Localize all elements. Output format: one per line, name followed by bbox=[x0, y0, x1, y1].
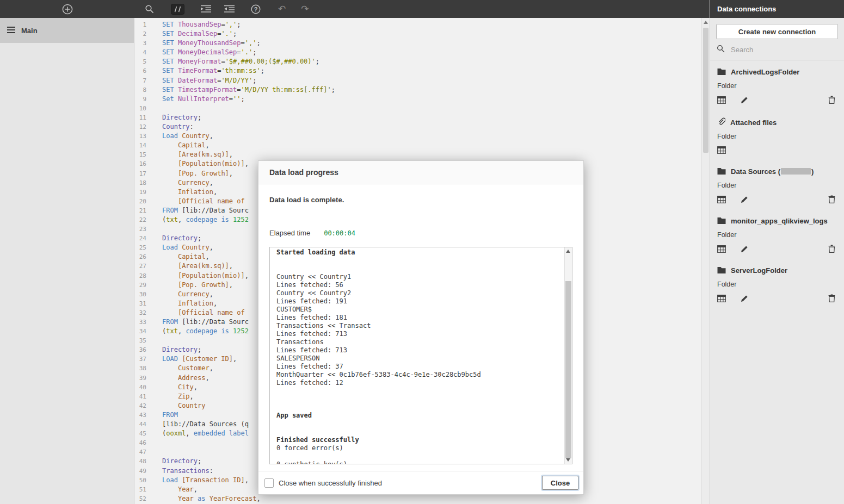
editor-scrollbar[interactable] bbox=[701, 18, 710, 504]
log-scrollbar[interactable] bbox=[564, 247, 572, 464]
log-line bbox=[276, 428, 559, 436]
folder-icon bbox=[717, 266, 726, 276]
scrollbar-thumb[interactable] bbox=[565, 281, 571, 458]
select-connection-icon[interactable] bbox=[717, 146, 726, 154]
close-when-finished-checkbox[interactable] bbox=[264, 478, 274, 488]
line-number: 47 bbox=[134, 447, 153, 457]
code-line: 2SET DecimalSep='.'; bbox=[134, 29, 710, 39]
code-line: 5SET MoneyFormat='$#,##0.00;($#,##0.00)'… bbox=[134, 57, 710, 66]
edit-connection-icon[interactable] bbox=[741, 196, 748, 203]
redo-icon[interactable]: ↷ bbox=[301, 4, 309, 14]
scroll-up-icon[interactable] bbox=[704, 21, 708, 24]
log-line: Lines fetched: 56 bbox=[276, 281, 559, 289]
connection-name: ServerLogFolder bbox=[731, 266, 787, 275]
log-line: 0 synthetic key(s) bbox=[276, 461, 559, 464]
code-line: 7SET DateFormat='M/D/YY'; bbox=[134, 76, 710, 85]
select-connection-icon[interactable] bbox=[717, 245, 726, 253]
load-log[interactable]: Started loading data Country << Country1… bbox=[269, 247, 572, 464]
comment-toggle-icon[interactable] bbox=[171, 4, 184, 15]
log-line bbox=[276, 420, 559, 428]
delete-connection-icon[interactable] bbox=[828, 294, 835, 302]
connection-type-label: Folder bbox=[717, 133, 837, 140]
line-number: 42 bbox=[134, 401, 153, 410]
search-icon[interactable] bbox=[145, 4, 154, 14]
delete-connection-icon[interactable] bbox=[828, 245, 835, 253]
create-new-connection-button[interactable]: Create new connection bbox=[716, 24, 838, 39]
line-number: 28 bbox=[134, 271, 153, 281]
scrollbar-thumb[interactable] bbox=[703, 28, 709, 153]
select-connection-icon[interactable] bbox=[717, 196, 726, 203]
line-number: 25 bbox=[134, 243, 153, 252]
log-line: Lines fetched: 713 bbox=[276, 330, 559, 338]
close-button[interactable]: Close bbox=[542, 476, 578, 490]
line-number: 8 bbox=[134, 85, 153, 95]
line-number: 6 bbox=[134, 66, 153, 76]
edit-connection-icon[interactable] bbox=[741, 245, 748, 253]
edit-connection-icon[interactable] bbox=[741, 96, 748, 104]
edit-connection-icon[interactable] bbox=[741, 295, 748, 302]
line-number: 45 bbox=[134, 429, 153, 438]
connection-type-label: Folder bbox=[717, 281, 837, 288]
select-connection-icon[interactable] bbox=[717, 295, 726, 302]
add-section-icon[interactable] bbox=[62, 4, 73, 15]
connection-name: ArchivedLogsFolder bbox=[731, 68, 799, 76]
folder-icon bbox=[717, 167, 726, 177]
line-number: 13 bbox=[134, 132, 153, 141]
delete-connection-icon[interactable] bbox=[828, 195, 835, 203]
undo-icon[interactable]: ↶ bbox=[278, 4, 286, 14]
line-number: 15 bbox=[134, 150, 153, 159]
log-line: Transactions << Transact bbox=[276, 322, 559, 330]
scroll-down-icon[interactable] bbox=[566, 458, 570, 462]
log-line bbox=[276, 395, 559, 403]
sections-sidebar: Main bbox=[0, 18, 134, 504]
line-number: 33 bbox=[134, 318, 153, 327]
indent-icon[interactable] bbox=[201, 5, 211, 13]
folder-icon bbox=[717, 217, 726, 226]
elapsed-time-label: Elapsed time bbox=[269, 229, 310, 237]
code-line: 8SET TimestampFormat='M/D/YY th:mm:ss[.f… bbox=[134, 85, 710, 95]
line-number: 19 bbox=[134, 188, 153, 197]
line-number: 10 bbox=[134, 104, 153, 113]
connection-item: Data Sources ()Folder bbox=[710, 160, 844, 209]
code-line: 14 Capital, bbox=[134, 141, 710, 150]
log-lines: Started loading data Country << Country1… bbox=[270, 247, 572, 464]
status-message: Data load is complete. bbox=[269, 196, 344, 204]
section-tab-main[interactable]: Main bbox=[0, 18, 134, 43]
connection-item: ServerLogFolderFolder bbox=[710, 259, 844, 308]
log-line bbox=[276, 387, 559, 395]
connection-name: Data Sources ( bbox=[731, 167, 780, 176]
line-number: 34 bbox=[134, 327, 153, 336]
log-line: Lines fetched: 191 bbox=[276, 297, 559, 306]
line-number: 35 bbox=[134, 336, 153, 345]
select-connection-icon[interactable] bbox=[717, 96, 726, 104]
code-line: 52 Year as YearForecast, bbox=[134, 494, 710, 503]
top-toolbar: ? ↶ ↷ bbox=[0, 0, 710, 18]
line-number: 24 bbox=[134, 234, 153, 243]
redacted-text bbox=[781, 168, 811, 175]
search-input[interactable] bbox=[730, 45, 833, 54]
code-line: 4SET MoneyDecimalSep='.'; bbox=[134, 48, 710, 57]
line-number: 4 bbox=[134, 48, 153, 57]
line-number: 16 bbox=[134, 159, 153, 169]
line-number: 22 bbox=[134, 215, 153, 225]
scroll-up-icon[interactable] bbox=[566, 250, 570, 253]
line-number: 38 bbox=[134, 364, 153, 373]
outdent-icon[interactable] bbox=[224, 5, 235, 13]
line-number: 46 bbox=[134, 438, 153, 447]
code-line: 9Set NullInterpret=''; bbox=[134, 95, 710, 104]
log-line bbox=[276, 257, 559, 265]
line-number: 11 bbox=[134, 113, 153, 122]
menu-icon bbox=[7, 27, 15, 35]
log-line: Finished successfully bbox=[276, 436, 559, 444]
delete-connection-icon[interactable] bbox=[828, 96, 835, 104]
line-number: 44 bbox=[134, 420, 153, 429]
log-line: Lines fetched: 12 bbox=[276, 379, 559, 387]
dialog-title: Data load progress bbox=[258, 161, 583, 184]
help-icon[interactable]: ? bbox=[251, 4, 261, 14]
line-number: 27 bbox=[134, 262, 153, 271]
line-number: 12 bbox=[134, 122, 153, 132]
log-line: Transactions bbox=[276, 338, 559, 346]
log-line: Lines fetched: 37 bbox=[276, 363, 559, 371]
line-number: 21 bbox=[134, 206, 153, 215]
toolbar-left-section bbox=[0, 4, 134, 15]
